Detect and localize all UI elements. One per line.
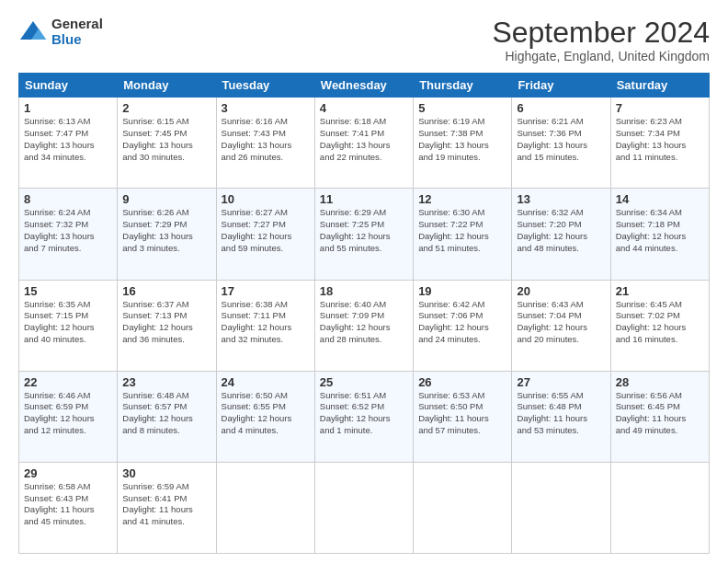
day-cell: 14Sunrise: 6:34 AMSunset: 7:18 PMDayligh… xyxy=(610,189,709,280)
week-row-3: 15Sunrise: 6:35 AMSunset: 7:15 PMDayligh… xyxy=(19,280,710,371)
week-row-5: 29Sunrise: 6:58 AMSunset: 6:43 PMDayligh… xyxy=(19,462,710,553)
day-cell: 17Sunrise: 6:38 AMSunset: 7:11 PMDayligh… xyxy=(216,280,314,371)
day-cell: 30Sunrise: 6:59 AMSunset: 6:41 PMDayligh… xyxy=(118,462,216,553)
day-cell: 2Sunrise: 6:15 AMSunset: 7:45 PMDaylight… xyxy=(118,98,216,189)
week-row-4: 22Sunrise: 6:46 AMSunset: 6:59 PMDayligh… xyxy=(19,371,710,462)
day-cell: 12Sunrise: 6:30 AMSunset: 7:22 PMDayligh… xyxy=(414,189,512,280)
col-saturday: Saturday xyxy=(610,74,709,98)
day-cell: 24Sunrise: 6:50 AMSunset: 6:55 PMDayligh… xyxy=(216,371,314,462)
day-info: Sunrise: 6:34 AMSunset: 7:18 PMDaylight:… xyxy=(616,207,704,254)
day-cell: 15Sunrise: 6:35 AMSunset: 7:15 PMDayligh… xyxy=(19,280,118,371)
day-cell: 3Sunrise: 6:16 AMSunset: 7:43 PMDaylight… xyxy=(216,98,314,189)
day-number: 2 xyxy=(122,101,210,115)
day-number: 23 xyxy=(122,375,210,389)
day-number: 26 xyxy=(418,375,506,389)
day-number: 29 xyxy=(24,466,112,480)
day-info: Sunrise: 6:55 AMSunset: 6:48 PMDaylight:… xyxy=(517,390,605,437)
day-info: Sunrise: 6:32 AMSunset: 7:20 PMDaylight:… xyxy=(517,207,605,254)
day-info: Sunrise: 6:50 AMSunset: 6:55 PMDaylight:… xyxy=(222,390,310,437)
day-number: 4 xyxy=(320,101,408,115)
day-cell: 27Sunrise: 6:55 AMSunset: 6:48 PMDayligh… xyxy=(512,371,610,462)
col-sunday: Sunday xyxy=(19,74,118,98)
day-cell xyxy=(512,462,610,553)
page: General Blue September 2024 Highgate, En… xyxy=(0,0,728,563)
day-info: Sunrise: 6:26 AMSunset: 7:29 PMDaylight:… xyxy=(122,207,210,254)
day-info: Sunrise: 6:23 AMSunset: 7:34 PMDaylight:… xyxy=(616,116,704,163)
day-info: Sunrise: 6:51 AMSunset: 6:52 PMDaylight:… xyxy=(320,390,408,437)
logo-icon xyxy=(18,19,48,45)
day-info: Sunrise: 6:15 AMSunset: 7:45 PMDaylight:… xyxy=(122,116,210,163)
day-info: Sunrise: 6:18 AMSunset: 7:41 PMDaylight:… xyxy=(320,116,408,163)
day-number: 8 xyxy=(24,192,112,206)
day-number: 14 xyxy=(616,192,704,206)
day-info: Sunrise: 6:16 AMSunset: 7:43 PMDaylight:… xyxy=(222,116,310,163)
day-number: 3 xyxy=(222,101,310,115)
day-cell: 25Sunrise: 6:51 AMSunset: 6:52 PMDayligh… xyxy=(314,371,413,462)
day-number: 1 xyxy=(24,101,112,115)
day-cell: 13Sunrise: 6:32 AMSunset: 7:20 PMDayligh… xyxy=(512,189,610,280)
day-number: 17 xyxy=(222,284,310,298)
day-cell xyxy=(314,462,413,553)
day-info: Sunrise: 6:38 AMSunset: 7:11 PMDaylight:… xyxy=(222,299,310,346)
day-number: 11 xyxy=(320,192,408,206)
day-info: Sunrise: 6:30 AMSunset: 7:22 PMDaylight:… xyxy=(418,207,506,254)
week-row-2: 8Sunrise: 6:24 AMSunset: 7:32 PMDaylight… xyxy=(19,189,710,280)
calendar-header-row: Sunday Monday Tuesday Wednesday Thursday… xyxy=(19,74,710,98)
day-cell: 18Sunrise: 6:40 AMSunset: 7:09 PMDayligh… xyxy=(314,280,413,371)
day-info: Sunrise: 6:24 AMSunset: 7:32 PMDaylight:… xyxy=(24,207,112,254)
day-cell: 21Sunrise: 6:45 AMSunset: 7:02 PMDayligh… xyxy=(610,280,709,371)
day-number: 25 xyxy=(320,375,408,389)
day-number: 15 xyxy=(24,284,112,298)
day-info: Sunrise: 6:19 AMSunset: 7:38 PMDaylight:… xyxy=(418,116,506,163)
day-cell: 6Sunrise: 6:21 AMSunset: 7:36 PMDaylight… xyxy=(512,98,610,189)
day-cell: 10Sunrise: 6:27 AMSunset: 7:27 PMDayligh… xyxy=(216,189,314,280)
col-tuesday: Tuesday xyxy=(216,74,314,98)
day-cell: 23Sunrise: 6:48 AMSunset: 6:57 PMDayligh… xyxy=(118,371,216,462)
day-cell: 28Sunrise: 6:56 AMSunset: 6:45 PMDayligh… xyxy=(610,371,709,462)
week-row-1: 1Sunrise: 6:13 AMSunset: 7:47 PMDaylight… xyxy=(19,98,710,189)
day-cell: 26Sunrise: 6:53 AMSunset: 6:50 PMDayligh… xyxy=(414,371,512,462)
title-block: September 2024 Highgate, England, United… xyxy=(492,17,710,63)
day-number: 28 xyxy=(616,375,704,389)
day-info: Sunrise: 6:27 AMSunset: 7:27 PMDaylight:… xyxy=(222,207,310,254)
header: General Blue September 2024 Highgate, En… xyxy=(18,17,710,63)
day-number: 13 xyxy=(517,192,605,206)
day-info: Sunrise: 6:35 AMSunset: 7:15 PMDaylight:… xyxy=(24,299,112,346)
day-info: Sunrise: 6:45 AMSunset: 7:02 PMDaylight:… xyxy=(616,299,704,346)
day-number: 12 xyxy=(418,192,506,206)
day-cell: 16Sunrise: 6:37 AMSunset: 7:13 PMDayligh… xyxy=(118,280,216,371)
logo: General Blue xyxy=(18,17,103,47)
day-cell: 8Sunrise: 6:24 AMSunset: 7:32 PMDaylight… xyxy=(19,189,118,280)
day-cell: 4Sunrise: 6:18 AMSunset: 7:41 PMDaylight… xyxy=(314,98,413,189)
day-number: 6 xyxy=(517,101,605,115)
day-info: Sunrise: 6:29 AMSunset: 7:25 PMDaylight:… xyxy=(320,207,408,254)
logo-text: General Blue xyxy=(51,17,103,47)
day-number: 24 xyxy=(222,375,310,389)
day-number: 20 xyxy=(517,284,605,298)
day-cell: 22Sunrise: 6:46 AMSunset: 6:59 PMDayligh… xyxy=(19,371,118,462)
day-info: Sunrise: 6:37 AMSunset: 7:13 PMDaylight:… xyxy=(122,299,210,346)
day-cell: 29Sunrise: 6:58 AMSunset: 6:43 PMDayligh… xyxy=(19,462,118,553)
day-number: 18 xyxy=(320,284,408,298)
col-thursday: Thursday xyxy=(414,74,512,98)
day-cell: 1Sunrise: 6:13 AMSunset: 7:47 PMDaylight… xyxy=(19,98,118,189)
day-info: Sunrise: 6:48 AMSunset: 6:57 PMDaylight:… xyxy=(122,390,210,437)
logo-blue: Blue xyxy=(51,32,103,48)
day-number: 22 xyxy=(24,375,112,389)
day-number: 9 xyxy=(122,192,210,206)
day-number: 5 xyxy=(418,101,506,115)
logo-general: General xyxy=(51,17,103,32)
day-info: Sunrise: 6:42 AMSunset: 7:06 PMDaylight:… xyxy=(418,299,506,346)
day-info: Sunrise: 6:58 AMSunset: 6:43 PMDaylight:… xyxy=(24,481,112,528)
day-number: 27 xyxy=(517,375,605,389)
day-cell: 19Sunrise: 6:42 AMSunset: 7:06 PMDayligh… xyxy=(414,280,512,371)
day-info: Sunrise: 6:21 AMSunset: 7:36 PMDaylight:… xyxy=(517,116,605,163)
calendar-table: Sunday Monday Tuesday Wednesday Thursday… xyxy=(18,73,710,554)
day-cell: 5Sunrise: 6:19 AMSunset: 7:38 PMDaylight… xyxy=(414,98,512,189)
col-wednesday: Wednesday xyxy=(314,74,413,98)
day-cell: 11Sunrise: 6:29 AMSunset: 7:25 PMDayligh… xyxy=(314,189,413,280)
day-number: 21 xyxy=(616,284,704,298)
day-info: Sunrise: 6:56 AMSunset: 6:45 PMDaylight:… xyxy=(616,390,704,437)
day-info: Sunrise: 6:13 AMSunset: 7:47 PMDaylight:… xyxy=(24,116,112,163)
day-number: 30 xyxy=(122,466,210,480)
